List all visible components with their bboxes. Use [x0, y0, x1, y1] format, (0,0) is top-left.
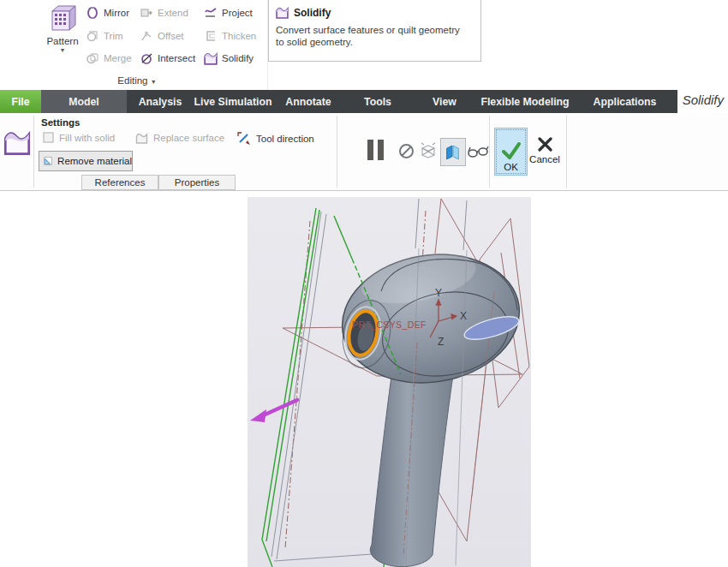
cancel-label: Cancel	[529, 154, 560, 164]
pattern-icon	[48, 3, 77, 31]
remove-material-label: Remove material	[57, 156, 132, 166]
tab-flexible-modeling[interactable]: Flexible Modeling	[478, 90, 572, 113]
solidify-dashboard: Settings Fill with solid Replace surface…	[0, 113, 728, 191]
cancel-button[interactable]: Cancel	[527, 137, 563, 175]
tooltip-description-line1: Convert surface features or quilt geomet…	[276, 24, 480, 36]
thicken-icon	[204, 29, 218, 43]
offset-label: Offset	[158, 31, 183, 41]
tooltip-title: Solidify	[294, 7, 331, 19]
solidify-tooltip-icon	[276, 6, 289, 19]
geometry-preview-button[interactable]	[440, 138, 466, 166]
intersect-button[interactable]: Intersect	[140, 51, 195, 65]
project-label: Project	[222, 8, 253, 18]
model-handle[interactable]	[370, 370, 453, 567]
tab-live-simulation[interactable]: Live Simulation	[194, 90, 272, 113]
ok-check-icon	[501, 141, 522, 160]
merge-label: Merge	[104, 53, 132, 63]
intersect-icon	[140, 51, 153, 65]
no-preview-button[interactable]	[398, 143, 415, 159]
merge-icon	[86, 51, 99, 65]
geometry-preview-icon	[445, 145, 461, 160]
csys-name-label: PRT_CSYS_DEF	[352, 319, 427, 330]
thicken-button: Thicken	[204, 29, 256, 43]
extend-button: Extend	[140, 6, 188, 20]
pattern-label: Pattern	[43, 36, 82, 46]
tab-model[interactable]: Model	[41, 90, 127, 113]
ok-button[interactable]: OK	[494, 128, 528, 176]
ok-label: OK	[504, 162, 518, 172]
tool-direction-icon	[236, 131, 251, 146]
remove-material-icon	[44, 155, 52, 167]
tab-file[interactable]: File	[0, 90, 41, 113]
fill-with-solid-checkbox: Fill with solid	[43, 132, 115, 143]
mirror-label: Mirror	[104, 8, 129, 18]
thicken-label: Thicken	[222, 31, 256, 41]
settings-group-label: Settings	[41, 117, 80, 128]
mirror-button[interactable]: Mirror	[86, 6, 129, 20]
cancel-x-icon	[538, 137, 552, 152]
solidify-button[interactable]: Solidify	[204, 51, 254, 65]
solidify-label: Solidify	[222, 53, 254, 63]
tooltip-description-line2: to solid geometry.	[276, 36, 480, 48]
axis-label-y: Y	[435, 287, 442, 299]
properties-panel-tab[interactable]: Properties	[158, 175, 236, 190]
separator	[566, 116, 567, 188]
trim-label: Trim	[104, 31, 123, 41]
tool-direction-button[interactable]: Tool direction	[236, 131, 314, 146]
tab-tools[interactable]: Tools	[344, 90, 411, 113]
tab-view[interactable]: View	[411, 90, 478, 113]
context-feature-label: Solidify	[683, 93, 724, 107]
offset-icon	[140, 29, 153, 43]
separator	[33, 116, 34, 188]
solidify-tooltip: Solidify Convert surface features or qui…	[268, 0, 481, 62]
extend-label: Extend	[158, 8, 188, 18]
editing-group-arrow: ▼	[151, 79, 157, 85]
solidify-icon	[204, 51, 218, 65]
merge-button: Merge	[86, 51, 132, 65]
direction-arrow[interactable]	[250, 400, 297, 422]
axis-label-z: Z	[438, 336, 444, 348]
separator	[337, 116, 337, 188]
pattern-dropdown-arrow[interactable]: ▼	[43, 47, 82, 53]
extend-icon	[140, 6, 153, 20]
verify-feature-button	[419, 142, 438, 160]
preview-glasses-button[interactable]	[467, 144, 489, 158]
intersect-label: Intersect	[158, 53, 195, 63]
pattern-button[interactable]: Pattern ▼	[43, 3, 82, 65]
graphics-area[interactable]: Y X Z PRT_CSYS_DEF	[248, 197, 531, 567]
project-button[interactable]: Project	[204, 6, 253, 20]
remove-material-button[interactable]: Remove material	[39, 151, 133, 171]
replace-surface-button: Replace surface	[135, 132, 224, 144]
mirror-icon	[86, 6, 99, 20]
tab-annotate[interactable]: Annotate	[272, 90, 344, 113]
tab-analysis[interactable]: Analysis	[127, 90, 194, 113]
ribbon-tab-bar: File Model Analysis Live Simulation Anno…	[0, 90, 728, 113]
solidify-feature-icon	[3, 127, 31, 158]
project-icon	[204, 6, 218, 20]
checkbox-icon	[43, 132, 54, 143]
tab-applications[interactable]: Applications	[572, 90, 677, 113]
references-panel-tab[interactable]: References	[81, 175, 158, 190]
axis-label-x: X	[460, 310, 467, 322]
trim-icon	[86, 29, 99, 43]
pause-button[interactable]	[366, 139, 386, 161]
editing-group-flyout: Pattern ▼ Mirror Trim Merge Extend	[0, 0, 268, 90]
separator	[489, 116, 490, 188]
editing-group-label[interactable]: Editing ▼	[86, 75, 188, 86]
replace-surface-icon	[135, 132, 148, 144]
trim-button: Trim	[86, 29, 123, 43]
offset-button: Offset	[140, 29, 183, 43]
